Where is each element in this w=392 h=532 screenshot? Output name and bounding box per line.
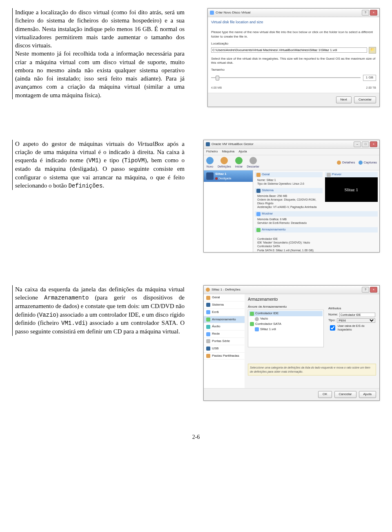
figure-1-wizard: Criar Novo Disco Virtual ? × Virtual dis…	[207, 8, 380, 107]
text: ) e tipo (	[99, 157, 124, 163]
app-icon	[206, 288, 210, 292]
text: O aspeto do gestor de máquinas virtuais …	[15, 141, 137, 147]
storage-tree: Controlador IDE Vazio Controlador SATA S…	[248, 310, 324, 347]
vm-name: Slitaz 1	[215, 172, 231, 177]
description: Please type the name of the new virtual …	[211, 30, 376, 39]
sidebar-item-audio[interactable]: Áudio	[204, 323, 245, 331]
snapshots-toggle[interactable]: Capturas	[359, 161, 377, 165]
titlebar: Oracle VM VirtualBox Gestor – □ ×	[204, 140, 379, 149]
ok-button[interactable]: OK	[318, 391, 332, 398]
sidebar-item-portas[interactable]: Portas Série	[204, 338, 245, 345]
new-button[interactable]: Novo	[206, 157, 214, 168]
mono: VM1.vdi	[61, 320, 85, 326]
attributes-panel: Atributos Nome: Tipo: PIIX4 Usar caixa d…	[328, 306, 375, 332]
next-button[interactable]: Next	[336, 96, 352, 103]
value: Desactivado	[291, 221, 307, 224]
maximize-button[interactable]: □	[362, 141, 369, 147]
label: Memória Gráfica:	[257, 218, 279, 221]
menu-item[interactable]: Ajuda	[238, 150, 247, 154]
settings-button[interactable]: Definições	[218, 157, 231, 168]
preview-image: Slitaz 1	[325, 177, 378, 202]
label: Nome:	[257, 179, 266, 181]
paragraph-3: Na caixa da esquerda da janela das defin…	[12, 285, 188, 335]
section-mostrar: Mostrar	[255, 211, 378, 217]
name-input[interactable]	[339, 313, 375, 317]
page-subtitle: Virtual disk file location and size	[208, 17, 379, 27]
label: Tipo:	[328, 318, 336, 323]
menubar: Ficheiro Máquina Ajuda	[204, 149, 379, 155]
discard-button[interactable]: Descartar	[247, 157, 259, 168]
text: .	[102, 182, 104, 189]
location-label: Localização	[211, 42, 376, 46]
close-button[interactable]: ×	[370, 141, 377, 147]
app-icon	[210, 11, 214, 15]
label: Memória Base:	[257, 194, 276, 197]
vm-list: Slitaz 1 Desligada	[204, 170, 253, 252]
section-sistema: Sistema	[255, 188, 323, 193]
text-italic: VirtualBox	[137, 141, 164, 147]
section-armazenamento: Armazenamento	[255, 227, 378, 232]
size-value: 1 GB	[363, 75, 376, 81]
minimize-button[interactable]: –	[354, 141, 361, 147]
value: Slitaz 1.vdi (Normal, 1.00 GB)	[276, 249, 314, 252]
label: Ordem de Arranque:	[257, 198, 283, 201]
help-button[interactable]: ?	[362, 10, 369, 16]
start-button[interactable]: Iniciar	[235, 157, 243, 168]
slider-thumb[interactable]	[216, 76, 219, 80]
size-max: 2.00 TB	[366, 86, 376, 89]
settings-content: Armazenamento Árvore de Armazenamento Co…	[245, 294, 379, 388]
titlebar: Slitaz 1 - Definições ? ×	[204, 286, 379, 294]
value: 6 MB	[280, 218, 287, 221]
sidebar-item-usb[interactable]: USB	[204, 345, 245, 353]
sidebar-item-rede[interactable]: Rede	[204, 331, 245, 338]
close-button[interactable]: ×	[370, 10, 377, 16]
mono: VM1	[89, 157, 99, 164]
vm-list-item[interactable]: Slitaz 1 Desligada	[204, 170, 253, 182]
sidebar-item-sistema[interactable]: Sistema	[204, 302, 245, 309]
cancel-button[interactable]: Cancelar	[354, 96, 376, 103]
close-button[interactable]: ×	[370, 287, 377, 293]
help-hint: Seleccione uma categoria de definições d…	[248, 364, 376, 376]
tree-node-vazio[interactable]: Vazio	[249, 316, 323, 322]
section-geral: Geral	[255, 172, 323, 177]
type-select[interactable]: PIIX4	[337, 318, 376, 323]
details-toggle[interactable]: Detalhes	[337, 161, 355, 165]
paragraph-2: O aspeto do gestor de máquinas virtuais …	[12, 140, 188, 190]
tree-node-sata[interactable]: Controlador SATA	[249, 322, 323, 327]
location-input[interactable]	[211, 47, 367, 53]
section-preview: Prever	[325, 172, 378, 177]
paragraph-1: Indique a localização do disco virtual (…	[12, 8, 188, 99]
sidebar-item-ecra[interactable]: Ecrã	[204, 309, 245, 316]
figure-2-manager: Oracle VM VirtualBox Gestor – □ × Fichei…	[203, 140, 380, 253]
page-number: 2-6	[12, 434, 380, 441]
sidebar-item-geral[interactable]: Geral	[204, 294, 245, 302]
titlebar: Criar Novo Disco Virtual ? ×	[208, 9, 379, 17]
tree-node-disk[interactable]: Slitaz 1.vdi	[249, 327, 323, 332]
help-button[interactable]: ?	[362, 287, 369, 293]
text: Indique a localização do disco virtual (…	[15, 9, 185, 49]
label: Servidor de Ecrã Remoto:	[257, 221, 290, 224]
text: Neste momento já foi recolhida toda a in…	[15, 50, 185, 98]
sidebar-item-pastas[interactable]: Pastas Partilhadas	[204, 353, 245, 360]
settings-sidebar: Geral Sistema Ecrã Armazenamento Áudio R…	[204, 294, 245, 388]
size-slider[interactable]	[211, 77, 361, 78]
menu-item[interactable]: Máquina	[222, 150, 234, 154]
browse-folder-icon[interactable]: 📁	[369, 47, 376, 54]
value: 256 MB	[277, 194, 287, 197]
attrs-title: Atributos	[328, 306, 375, 311]
label: Tipo de Sistema Operativo:	[257, 182, 292, 185]
figure-3-settings: Slitaz 1 - Definições ? × Geral Sistema …	[203, 285, 380, 401]
mono: Definições	[68, 183, 102, 189]
host-cache-checkbox[interactable]: Usar caixa de E/S do hospedeiro	[328, 324, 375, 332]
cancel-button[interactable]: Cancelar	[334, 391, 356, 398]
tree-node-ide[interactable]: Controlador IDE	[249, 311, 323, 316]
menu-item[interactable]: Ficheiro	[206, 150, 218, 154]
mono: Vazio	[39, 312, 56, 318]
size-label: Tamanho	[211, 68, 376, 72]
value: VT-x/AMD-V, Paginação Aninhada	[273, 206, 316, 208]
mono: TipoVM	[124, 157, 145, 164]
window-title: Criar Novo Disco Virtual	[216, 11, 250, 15]
sidebar-item-armazenamento[interactable]: Armazenamento	[204, 316, 245, 324]
help-button[interactable]: Ajuda	[359, 391, 376, 398]
app-icon	[206, 142, 210, 146]
